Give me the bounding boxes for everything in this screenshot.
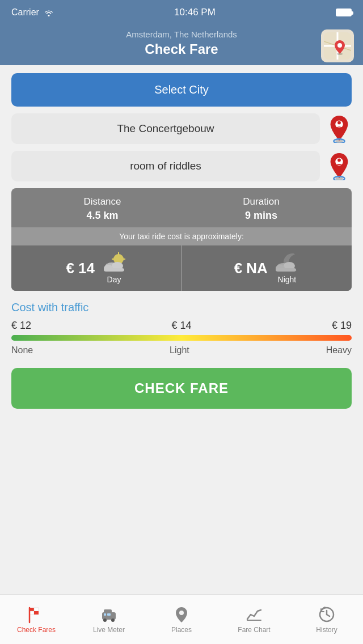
map-icon[interactable] [321,29,354,62]
check-fare-button[interactable]: CHECK FARE [11,368,352,409]
fare-night-cell: € NA Night [182,245,352,291]
traffic-section: Cost with traffic € 12 € 14 € 19 None Li… [11,298,352,359]
svg-point-39 [179,611,184,615]
distance-label: Distance [83,196,121,207]
traffic-bar [11,335,352,341]
day-weather-icon [102,252,126,273]
svg-line-43 [327,615,330,616]
svg-rect-37 [107,613,111,616]
check-fares-icon [27,605,45,624]
origin-input[interactable] [11,113,320,144]
fare-day-cell: € 14 [11,245,182,291]
svg-point-0 [48,15,50,16]
svg-point-35 [103,618,107,622]
traffic-label-heavy: Heavy [326,345,352,355]
traffic-prices: € 12 € 14 € 19 [11,320,352,332]
svg-rect-23 [104,268,124,272]
origin-pin[interactable] [327,115,352,143]
traffic-label-light: Light [170,345,189,355]
bottom-nav: Check Fares Live Meter Places [0,594,363,644]
traffic-labels: None Light Heavy [11,345,352,355]
status-bar-left: Carrier [11,7,54,18]
fare-distance-duration-row: Distance 4.5 km Duration 9 mins [11,188,352,227]
clock-history-icon [318,605,336,624]
svg-point-9 [337,121,341,125]
origin-row [11,113,352,144]
svg-point-6 [337,43,342,48]
day-icon-container: Day [102,252,126,284]
fare-chart-icon [245,605,263,624]
nav-live-meter[interactable]: Live Meter [73,595,145,644]
status-bar-time: 10:46 PM [174,7,216,18]
day-fare-amount: € 14 [66,260,95,277]
svg-rect-29 [34,608,39,611]
night-icon-container: Night [275,252,299,284]
duration-label: Duration [243,196,279,207]
select-city-button[interactable]: Select City [11,73,352,107]
traffic-label-none: None [11,345,33,355]
svg-point-36 [111,618,115,622]
status-bar: Carrier 10:46 PM [0,0,363,25]
fare-approx-text: Your taxi ride cost is approximately: [11,227,352,245]
header: Amsterdam, The Netherlands Check Fare [0,25,363,65]
nav-places-label: Places [171,626,192,634]
header-content: Amsterdam, The Netherlands Check Fare [126,29,237,57]
status-bar-battery [336,9,352,16]
destination-input[interactable] [11,151,320,181]
distance-col: Distance 4.5 km [83,196,121,222]
night-weather-icon [275,252,299,273]
destination-pin-icon [327,152,351,180]
traffic-price-light: € 14 [171,320,191,332]
svg-rect-34 [104,609,112,613]
live-meter-icon [100,605,118,624]
duration-col: Duration 9 mins [243,196,279,222]
header-title: Check Fare [126,41,237,57]
origin-pin-icon [327,115,351,143]
header-subtitle: Amsterdam, The Netherlands [126,29,237,39]
day-label: Day [107,275,121,284]
nav-check-fares-label: Check Fares [17,626,56,634]
main-content: Select City [0,65,363,594]
map-svg [324,32,351,60]
nav-places[interactable]: Places [145,595,218,644]
history-icon [318,605,336,624]
svg-point-13 [337,159,341,162]
svg-rect-31 [34,611,39,615]
fare-day-night-row: € 14 [11,245,352,291]
svg-rect-27 [276,268,296,272]
destination-row [11,151,352,181]
battery-icon [336,9,352,16]
places-map-pin-icon [172,605,191,624]
nav-fare-chart-label: Fare Chart [238,626,270,634]
taxi-icon [100,605,118,624]
nav-fare-chart[interactable]: Fare Chart [218,595,290,644]
carrier-label: Carrier [11,7,39,18]
fare-info-box: Distance 4.5 km Duration 9 mins Your tax… [11,188,352,291]
destination-pin[interactable] [327,152,352,180]
wifi-icon [44,9,54,16]
traffic-price-none: € 12 [11,320,31,332]
distance-value: 4.5 km [83,210,121,222]
svg-rect-38 [104,613,106,616]
chart-icon [245,605,263,624]
traffic-price-heavy: € 19 [332,320,352,332]
nav-history-label: History [316,626,337,634]
nav-history[interactable]: History [290,595,363,644]
checkered-flag-icon [27,605,45,624]
places-icon [172,605,191,624]
night-fare-amount: € NA [234,260,268,277]
traffic-title: Cost with traffic [11,301,352,314]
nav-check-fares[interactable]: Check Fares [0,595,73,644]
nav-live-meter-label: Live Meter [93,626,125,634]
duration-value: 9 mins [243,210,279,222]
night-label: Night [278,275,297,284]
